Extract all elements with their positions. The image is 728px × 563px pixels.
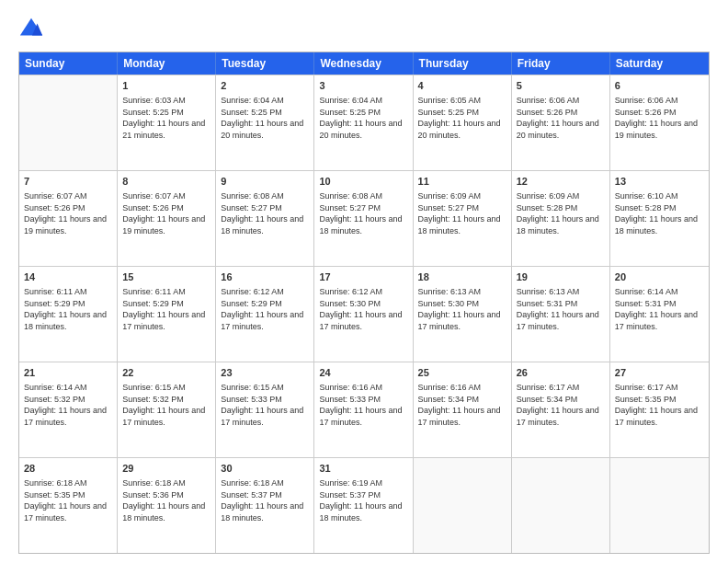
day-info: Sunrise: 6:12 AMSunset: 5:29 PMDaylight:…: [221, 287, 303, 331]
day-info: Sunrise: 6:13 AMSunset: 5:31 PMDaylight:…: [517, 287, 599, 331]
calendar-cell: 25Sunrise: 6:16 AMSunset: 5:34 PMDayligh…: [414, 362, 512, 457]
calendar-cell: [414, 458, 512, 553]
day-info: Sunrise: 6:06 AMSunset: 5:26 PMDaylight:…: [615, 96, 698, 140]
calendar-cell: 27Sunrise: 6:17 AMSunset: 5:35 PMDayligh…: [610, 362, 709, 457]
day-info: Sunrise: 6:04 AMSunset: 5:25 PMDaylight:…: [221, 96, 303, 140]
day-info: Sunrise: 6:11 AMSunset: 5:29 PMDaylight:…: [24, 287, 107, 331]
day-number: 19: [517, 270, 605, 284]
day-info: Sunrise: 6:10 AMSunset: 5:28 PMDaylight:…: [615, 191, 698, 236]
calendar-cell: 4Sunrise: 6:05 AMSunset: 5:25 PMDaylight…: [414, 75, 512, 170]
calendar-cell: [19, 75, 118, 170]
day-number: 8: [122, 175, 210, 189]
header: [18, 17, 710, 42]
day-number: 20: [615, 270, 704, 284]
day-number: 15: [122, 270, 210, 284]
calendar-cell: 26Sunrise: 6:17 AMSunset: 5:34 PMDayligh…: [512, 362, 610, 457]
day-info: Sunrise: 6:04 AMSunset: 5:25 PMDaylight:…: [319, 96, 402, 140]
calendar-cell: 19Sunrise: 6:13 AMSunset: 5:31 PMDayligh…: [512, 267, 610, 362]
day-number: 26: [517, 366, 605, 380]
day-number: 17: [319, 270, 407, 284]
calendar-cell: 14Sunrise: 6:11 AMSunset: 5:29 PMDayligh…: [19, 267, 118, 362]
day-number: 7: [24, 175, 112, 189]
calendar-cell: 6Sunrise: 6:06 AMSunset: 5:26 PMDaylight…: [610, 75, 709, 170]
day-info: Sunrise: 6:08 AMSunset: 5:27 PMDaylight:…: [221, 191, 303, 236]
day-number: 2: [221, 79, 309, 93]
calendar-cell: 15Sunrise: 6:11 AMSunset: 5:29 PMDayligh…: [118, 267, 216, 362]
logo-icon: [18, 17, 44, 42]
day-info: Sunrise: 6:07 AMSunset: 5:26 PMDaylight:…: [24, 191, 107, 236]
calendar-week-row: 21Sunrise: 6:14 AMSunset: 5:32 PMDayligh…: [19, 362, 709, 457]
day-info: Sunrise: 6:09 AMSunset: 5:28 PMDaylight:…: [517, 191, 599, 236]
calendar-cell: 9Sunrise: 6:08 AMSunset: 5:27 PMDaylight…: [216, 171, 314, 266]
day-info: Sunrise: 6:15 AMSunset: 5:32 PMDaylight:…: [122, 383, 205, 427]
calendar: SundayMondayTuesdayWednesdayThursdayFrid…: [18, 52, 710, 554]
day-number: 24: [319, 366, 407, 380]
day-info: Sunrise: 6:16 AMSunset: 5:34 PMDaylight:…: [418, 383, 501, 427]
calendar-cell: 22Sunrise: 6:15 AMSunset: 5:32 PMDayligh…: [118, 362, 216, 457]
calendar-cell: 28Sunrise: 6:18 AMSunset: 5:35 PMDayligh…: [19, 458, 118, 553]
day-number: 5: [517, 79, 605, 93]
day-number: 4: [418, 79, 506, 93]
calendar-header-cell: Sunday: [19, 52, 118, 75]
calendar-header-cell: Tuesday: [216, 52, 314, 75]
day-number: 25: [418, 366, 506, 380]
day-info: Sunrise: 6:09 AMSunset: 5:27 PMDaylight:…: [418, 191, 501, 236]
day-info: Sunrise: 6:14 AMSunset: 5:32 PMDaylight:…: [24, 383, 107, 427]
calendar-cell: 31Sunrise: 6:19 AMSunset: 5:37 PMDayligh…: [314, 458, 413, 553]
day-number: 29: [122, 462, 210, 476]
day-info: Sunrise: 6:18 AMSunset: 5:35 PMDaylight:…: [24, 478, 107, 523]
calendar-cell: 16Sunrise: 6:12 AMSunset: 5:29 PMDayligh…: [216, 267, 314, 362]
day-info: Sunrise: 6:07 AMSunset: 5:26 PMDaylight:…: [122, 191, 205, 236]
calendar-week-row: 7Sunrise: 6:07 AMSunset: 5:26 PMDaylight…: [19, 170, 709, 266]
calendar-cell: 30Sunrise: 6:18 AMSunset: 5:37 PMDayligh…: [216, 458, 314, 553]
calendar-week-row: 1Sunrise: 6:03 AMSunset: 5:25 PMDaylight…: [19, 75, 709, 170]
day-number: 22: [122, 366, 210, 380]
day-number: 28: [24, 462, 112, 476]
day-info: Sunrise: 6:08 AMSunset: 5:27 PMDaylight:…: [319, 191, 402, 236]
day-number: 27: [615, 366, 704, 380]
calendar-cell: 10Sunrise: 6:08 AMSunset: 5:27 PMDayligh…: [314, 171, 413, 266]
day-number: 14: [24, 270, 112, 284]
day-info: Sunrise: 6:03 AMSunset: 5:25 PMDaylight:…: [122, 96, 205, 140]
day-number: 23: [221, 366, 309, 380]
calendar-cell: 23Sunrise: 6:15 AMSunset: 5:33 PMDayligh…: [216, 362, 314, 457]
day-info: Sunrise: 6:16 AMSunset: 5:33 PMDaylight:…: [319, 383, 402, 427]
day-number: 11: [418, 175, 506, 189]
calendar-week-row: 14Sunrise: 6:11 AMSunset: 5:29 PMDayligh…: [19, 266, 709, 362]
calendar-cell: 8Sunrise: 6:07 AMSunset: 5:26 PMDaylight…: [118, 171, 216, 266]
calendar-cell: 24Sunrise: 6:16 AMSunset: 5:33 PMDayligh…: [314, 362, 413, 457]
calendar-cell: 2Sunrise: 6:04 AMSunset: 5:25 PMDaylight…: [216, 75, 314, 170]
calendar-cell: 5Sunrise: 6:06 AMSunset: 5:26 PMDaylight…: [512, 75, 610, 170]
calendar-cell: 3Sunrise: 6:04 AMSunset: 5:25 PMDaylight…: [314, 75, 413, 170]
calendar-cell: [610, 458, 709, 553]
day-number: 12: [517, 175, 605, 189]
calendar-cell: 11Sunrise: 6:09 AMSunset: 5:27 PMDayligh…: [414, 171, 512, 266]
day-number: 10: [319, 175, 407, 189]
day-number: 3: [319, 79, 407, 93]
calendar-cell: 7Sunrise: 6:07 AMSunset: 5:26 PMDaylight…: [19, 171, 118, 266]
day-number: 6: [615, 79, 704, 93]
day-number: 18: [418, 270, 506, 284]
calendar-header-row: SundayMondayTuesdayWednesdayThursdayFrid…: [19, 52, 709, 75]
day-number: 1: [122, 79, 210, 93]
calendar-cell: 21Sunrise: 6:14 AMSunset: 5:32 PMDayligh…: [19, 362, 118, 457]
day-number: 21: [24, 366, 112, 380]
day-number: 13: [615, 175, 704, 189]
calendar-cell: [512, 458, 610, 553]
day-info: Sunrise: 6:15 AMSunset: 5:33 PMDaylight:…: [221, 383, 303, 427]
calendar-header-cell: Wednesday: [314, 52, 413, 75]
calendar-cell: 13Sunrise: 6:10 AMSunset: 5:28 PMDayligh…: [610, 171, 709, 266]
day-info: Sunrise: 6:18 AMSunset: 5:37 PMDaylight:…: [221, 478, 303, 523]
day-info: Sunrise: 6:13 AMSunset: 5:30 PMDaylight:…: [418, 287, 501, 331]
calendar-cell: 18Sunrise: 6:13 AMSunset: 5:30 PMDayligh…: [414, 267, 512, 362]
day-number: 16: [221, 270, 309, 284]
calendar-header-cell: Monday: [118, 52, 216, 75]
day-info: Sunrise: 6:11 AMSunset: 5:29 PMDaylight:…: [122, 287, 205, 331]
calendar-cell: 1Sunrise: 6:03 AMSunset: 5:25 PMDaylight…: [118, 75, 216, 170]
day-info: Sunrise: 6:05 AMSunset: 5:25 PMDaylight:…: [418, 96, 501, 140]
calendar-cell: 20Sunrise: 6:14 AMSunset: 5:31 PMDayligh…: [610, 267, 709, 362]
calendar-week-row: 28Sunrise: 6:18 AMSunset: 5:35 PMDayligh…: [19, 457, 709, 553]
page: SundayMondayTuesdayWednesdayThursdayFrid…: [0, 0, 728, 563]
day-number: 30: [221, 462, 309, 476]
calendar-body: 1Sunrise: 6:03 AMSunset: 5:25 PMDaylight…: [19, 75, 709, 553]
